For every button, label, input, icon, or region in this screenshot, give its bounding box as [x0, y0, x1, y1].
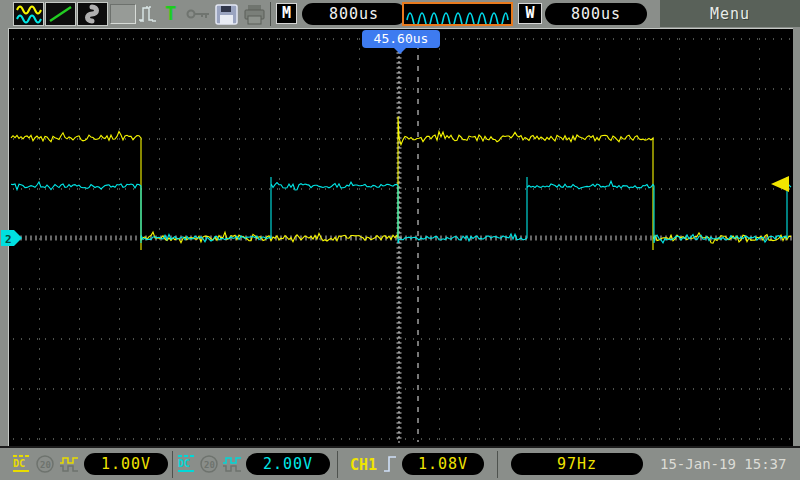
main-timebase-readout: 800us	[302, 3, 406, 25]
ch2-dc-coupling-icon: DC	[177, 454, 197, 474]
line-display-button[interactable]	[45, 2, 76, 26]
rising-edge-icon	[383, 453, 399, 475]
save-floppy-icon[interactable]	[214, 3, 240, 26]
status-separator	[172, 451, 173, 478]
datetime-label: 15-Jan-19 15:37	[660, 456, 792, 472]
frequency-readout: 97Hz	[511, 453, 643, 475]
trigger-level-arrow-icon[interactable]	[769, 175, 791, 193]
pulse-icon	[137, 3, 163, 25]
ch1-squarewave-icon	[59, 456, 81, 473]
main-timebase-m-badge: M	[276, 3, 297, 24]
window-timebase-w-badge: W	[518, 3, 542, 24]
ch1-bandwidth-20-icon: 20	[36, 454, 56, 474]
waveform-display: 45.60us 2	[8, 28, 793, 447]
ch2-scale-readout: 2.00V	[246, 453, 330, 475]
menu-label: Menu	[710, 5, 750, 23]
empty-toolbar-slot	[110, 4, 136, 24]
key-icon	[186, 6, 214, 22]
svg-text:20: 20	[40, 460, 51, 470]
diagonal-line-icon	[46, 3, 75, 25]
status-separator	[337, 451, 338, 478]
ch2-ground-marker[interactable]: 2	[1, 230, 23, 246]
window-timebase-readout: 800us	[545, 3, 647, 25]
top-toolbar: T M 800us W 800us Menu	[0, 0, 800, 28]
printer-icon	[242, 3, 268, 26]
trigger-level-readout: 1.08V	[402, 453, 484, 475]
ch2-squarewave-icon	[222, 456, 244, 473]
trigger-source-label: CH1	[350, 456, 377, 474]
svg-text:DC: DC	[178, 458, 190, 469]
oscilloscope-screen: T M 800us W 800us Menu	[0, 0, 800, 480]
ch1-scale-readout: 1.00V	[84, 453, 168, 475]
persistence-button[interactable]	[77, 2, 108, 26]
svg-text:20: 20	[204, 460, 215, 470]
status-bar: DC 20 1.00V DC 20 2.00V CH1	[0, 446, 800, 480]
toolbar-separator	[270, 2, 271, 26]
window-preview-box[interactable]	[402, 2, 513, 26]
channel-display-button[interactable]	[13, 2, 44, 26]
status-separator	[497, 451, 498, 478]
ch2-bandwidth-20-icon: 20	[200, 454, 220, 474]
window-wave-icon	[404, 4, 511, 24]
trigger-t-icon: T	[165, 2, 176, 24]
dual-wave-icon	[14, 3, 43, 25]
trigger-position-balloon: 45.60us	[362, 30, 440, 48]
waveform-canvas	[9, 29, 793, 446]
menu-button[interactable]: Menu	[660, 0, 800, 27]
persistence-blob-icon	[78, 3, 107, 25]
ch1-dc-coupling-icon: DC	[12, 454, 32, 474]
ch2-ground-marker-label: 2	[5, 233, 12, 246]
svg-text:DC: DC	[13, 458, 25, 469]
